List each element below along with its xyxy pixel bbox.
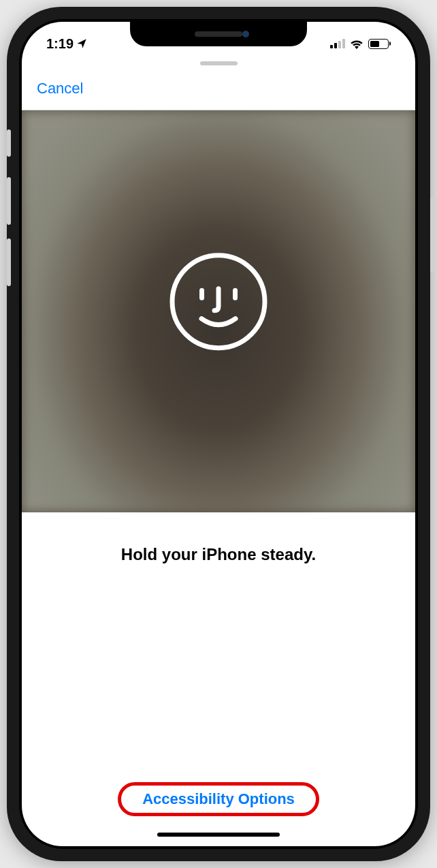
sheet-grabber[interactable] [22,57,415,67]
volume-up-button [7,177,11,225]
volume-down-button [7,238,11,286]
mute-switch [7,129,11,157]
battery-icon [368,39,391,49]
iphone-device-frame: 1:19 [7,7,430,861]
camera-preview [22,110,415,512]
accessibility-options-button[interactable]: Accessibility Options [126,782,311,816]
status-time: 1:19 [46,36,74,52]
cellular-signal-icon [330,39,345,48]
front-camera-dot [242,31,249,37]
cancel-button[interactable]: Cancel [37,80,83,97]
wifi-icon [350,39,363,49]
face-id-icon [167,251,270,356]
home-indicator[interactable] [157,833,280,837]
screen: 1:19 [22,22,415,846]
power-button [430,198,434,273]
notch [130,22,307,46]
location-icon [76,38,87,49]
navigation-bar: Cancel [22,67,415,110]
instruction-area: Hold your iPhone steady. [22,512,415,564]
svg-rect-1 [199,288,204,300]
instruction-text: Hold your iPhone steady. [42,545,395,564]
svg-rect-2 [233,288,238,300]
speaker-grille [195,31,242,37]
